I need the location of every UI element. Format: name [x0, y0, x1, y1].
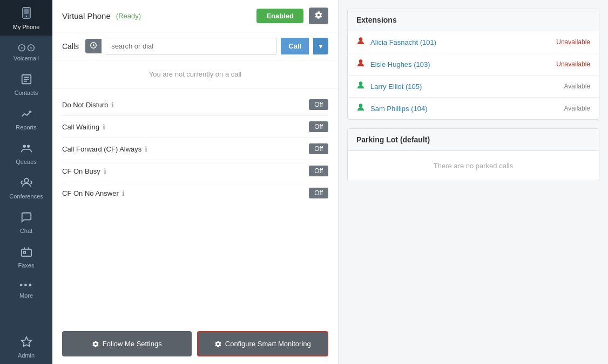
extension-status-2: Available	[564, 83, 590, 90]
extension-row-1: Elsie Hughes (103) Unavailable	[348, 53, 599, 75]
info-icon-dnd: ℹ	[111, 101, 114, 109]
extension-row-0: Alicia Fasnacht (101) Unavailable	[348, 31, 599, 53]
extension-row-3: Sam Phillips (104) Available	[348, 98, 599, 119]
extension-row-2: Larry Elliot (105) Available	[348, 75, 599, 98]
svg-marker-12	[21, 337, 31, 346]
phone-icon	[20, 6, 33, 22]
user-available-icon-3	[356, 103, 365, 114]
parking-lot-header: Parking Lot (default)	[348, 129, 599, 151]
sidebar-item-chat[interactable]: Chat	[0, 205, 52, 239]
admin-icon	[21, 336, 32, 350]
extension-name-2[interactable]: Larry Elliot (105)	[370, 83, 559, 91]
sidebar-item-label-my-phone: My Phone	[13, 24, 40, 30]
svg-point-9	[24, 178, 28, 182]
sidebar-item-faxes[interactable]: Faxes	[0, 239, 52, 274]
extension-name-0[interactable]: Alicia Fasnacht (101)	[370, 38, 551, 46]
voicemail-icon: ⊙⊙	[17, 42, 36, 53]
follow-me-settings-button[interactable]: Follow Me Settings	[62, 331, 192, 356]
svg-point-15	[359, 59, 363, 63]
settings-gear-button[interactable]	[309, 8, 328, 24]
sidebar-item-conferences[interactable]: Conferences	[0, 170, 52, 205]
queues-icon	[21, 142, 32, 156]
reports-icon	[21, 108, 32, 122]
toggle-call-waiting[interactable]: Off	[309, 121, 328, 132]
setting-row-call-waiting: Call Waiting ℹ Off	[62, 116, 328, 138]
setting-label-call-waiting: Call Waiting ℹ	[62, 123, 309, 131]
setting-label-dnd: Do Not Disturb ℹ	[62, 101, 309, 109]
sidebar-item-label-more: More	[19, 292, 33, 299]
call-history-button[interactable]	[85, 39, 102, 53]
main-area: Virtual Phone (Ready) Enabled Calls Call…	[52, 0, 608, 364]
user-available-icon-2	[356, 81, 365, 92]
svg-rect-10	[21, 249, 31, 256]
enabled-button[interactable]: Enabled	[256, 9, 303, 23]
ready-badge: (Ready)	[116, 12, 141, 20]
svg-point-7	[23, 145, 26, 148]
setting-row-cf-busy: CF On Busy ℹ Off	[62, 160, 328, 182]
setting-label-cf-busy: CF On Busy ℹ	[62, 167, 309, 175]
svg-point-17	[359, 104, 363, 107]
svg-rect-11	[23, 251, 25, 253]
extension-status-1: Unavailable	[556, 60, 590, 68]
info-icon-cf-always: ℹ	[145, 145, 147, 153]
toggle-cf-always[interactable]: Off	[309, 143, 328, 154]
setting-row-dnd: Do Not Disturb ℹ Off	[62, 94, 328, 116]
right-panel: Extensions Alicia Fasnacht (101) Unavail…	[339, 0, 608, 364]
svg-point-14	[359, 37, 363, 41]
svg-point-1	[25, 16, 26, 17]
smart-monitoring-label: Configure Smart Monitoring	[225, 340, 311, 348]
settings-section: Do Not Disturb ℹ Off Call Waiting ℹ Off …	[52, 88, 338, 324]
call-button[interactable]: Call	[281, 38, 309, 54]
info-icon-cf-busy: ℹ	[104, 167, 106, 175]
setting-label-cf-always: Call Forward (CF) Always ℹ	[62, 145, 309, 153]
toggle-cf-busy[interactable]: Off	[309, 166, 328, 176]
no-parked-calls-message: There are no parked calls	[348, 151, 599, 181]
virtual-phone-header: Virtual Phone (Ready) Enabled	[52, 0, 338, 32]
sidebar-item-contacts[interactable]: Contacts	[0, 67, 52, 101]
parking-lot-card: Parking Lot (default) There are no parke…	[347, 128, 599, 181]
configure-smart-monitoring-button[interactable]: Configure Smart Monitoring	[197, 331, 329, 356]
follow-me-label: Follow Me Settings	[103, 340, 162, 348]
left-panel: Virtual Phone (Ready) Enabled Calls Call…	[52, 0, 339, 364]
call-dropdown-button[interactable]: ▼	[313, 38, 328, 54]
extension-status-3: Available	[564, 105, 590, 112]
extension-name-3[interactable]: Sam Phillips (104)	[370, 105, 559, 113]
extension-name-1[interactable]: Elsie Hughes (103)	[370, 60, 551, 68]
user-unavailable-icon-0	[356, 37, 365, 47]
sidebar: My Phone ⊙⊙ Voicemail Contacts Reports Q…	[0, 0, 52, 364]
virtual-phone-title: Virtual Phone	[62, 11, 111, 20]
search-dial-input[interactable]	[106, 38, 276, 54]
sidebar-item-admin[interactable]: Admin	[0, 329, 52, 364]
user-unavailable-icon-1	[356, 59, 365, 70]
conferences-icon	[21, 177, 32, 191]
sidebar-item-label-chat: Chat	[20, 228, 32, 234]
setting-row-cf-always: Call Forward (CF) Always ℹ Off	[62, 138, 328, 160]
calls-label: Calls	[62, 42, 79, 51]
toggle-cf-no-answer[interactable]: Off	[309, 188, 328, 198]
setting-label-cf-no-answer: CF On No Answer ℹ	[62, 189, 309, 197]
toggle-dnd[interactable]: Off	[309, 99, 328, 110]
svg-point-8	[26, 145, 29, 148]
no-call-message: You are not currently on a call	[52, 60, 338, 88]
extensions-header: Extensions	[348, 9, 599, 31]
setting-row-cf-no-answer: CF On No Answer ℹ Off	[62, 182, 328, 204]
sidebar-item-voicemail[interactable]: ⊙⊙ Voicemail	[0, 36, 52, 67]
svg-point-16	[359, 81, 363, 85]
extensions-card: Extensions Alicia Fasnacht (101) Unavail…	[347, 9, 599, 120]
sidebar-item-more[interactable]: ••• More	[0, 274, 52, 304]
sidebar-item-label-reports: Reports	[16, 124, 37, 131]
extension-status-0: Unavailable	[556, 38, 590, 46]
sidebar-item-my-phone[interactable]: My Phone	[0, 0, 52, 36]
calls-row: Calls Call ▼	[52, 32, 338, 60]
sidebar-item-label-voicemail: Voicemail	[13, 55, 39, 61]
sidebar-item-reports[interactable]: Reports	[0, 101, 52, 136]
info-icon-call-waiting: ℹ	[103, 123, 105, 131]
chat-icon	[21, 211, 32, 225]
contacts-icon	[21, 73, 32, 87]
sidebar-item-queues[interactable]: Queues	[0, 136, 52, 170]
sidebar-item-label-queues: Queues	[16, 159, 37, 165]
svg-rect-2	[24, 9, 29, 14]
bottom-buttons: Follow Me Settings Configure Smart Monit…	[52, 324, 338, 364]
info-icon-cf-no-answer: ℹ	[122, 189, 125, 197]
more-icon: •••	[19, 280, 33, 290]
